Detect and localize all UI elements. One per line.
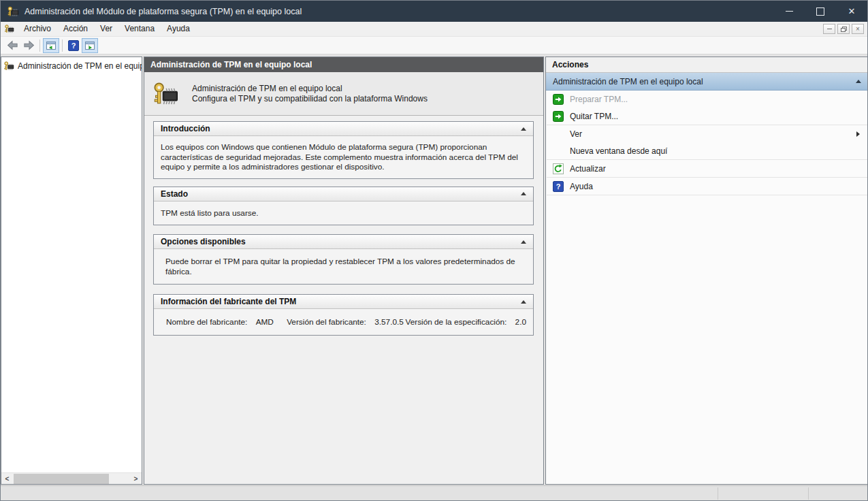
close-icon: ✕ xyxy=(848,6,856,16)
tree-node-tpm-management[interactable]: Administración de TPM en el equipo local xyxy=(1,59,142,72)
window-controls: ✕ xyxy=(773,1,867,22)
action-label: Actualizar xyxy=(570,164,606,174)
console-tree-icon xyxy=(46,40,57,51)
help-button[interactable]: ? xyxy=(65,38,82,53)
back-button[interactable] xyxy=(4,38,20,53)
section-estado: Estado TPM está listo para usarse. xyxy=(153,187,534,226)
action-label: Preparar TPM... xyxy=(570,95,628,104)
action-label: Nueva ventana desde aquí xyxy=(570,146,667,156)
collapse-icon[interactable] xyxy=(521,300,526,304)
collapse-icon[interactable] xyxy=(521,192,526,195)
section-title: Estado xyxy=(161,189,188,199)
tree-node-label: Administración de TPM en el equipo local xyxy=(18,61,142,71)
section-title: Información del fabricante del TPM xyxy=(161,297,296,306)
maximize-icon xyxy=(816,7,824,16)
tpm-key-chip-icon xyxy=(152,78,179,110)
field-value: AMD xyxy=(256,317,274,327)
toolbar: ? xyxy=(1,37,867,54)
maximize-button[interactable] xyxy=(805,1,836,22)
console-tree-panel: Administración de TPM en el equipo local… xyxy=(1,56,142,485)
field-label: Nombre del fabricante: xyxy=(166,317,247,327)
child-restore-button[interactable] xyxy=(837,24,850,34)
section-title: Opciones disponibles xyxy=(161,237,246,246)
action-actualizar[interactable]: Actualizar xyxy=(546,160,868,177)
scroll-right-button[interactable]: > xyxy=(130,473,142,484)
toolbar-separator xyxy=(62,39,63,52)
console-key-icon xyxy=(4,24,14,34)
manufacturer-version-field: Versión del fabricante: 3.57.0.5 xyxy=(287,317,405,327)
field-value: 2.0 xyxy=(515,317,526,327)
manufacturer-fields: Nombre del fabricante: AMD Versión del f… xyxy=(154,309,533,335)
title-bar: Administración del Módulo de plataforma … xyxy=(1,1,867,22)
help-icon: ? xyxy=(68,40,79,51)
scroll-left-button[interactable]: < xyxy=(1,473,13,484)
section-body-introduccion: Los equipos con Windows que contienen Mó… xyxy=(154,136,533,178)
show-console-tree-button[interactable] xyxy=(43,38,59,53)
field-label: Versión de la especificación: xyxy=(405,317,507,327)
green-arrow-icon xyxy=(553,94,564,105)
spec-version-field: Versión de la especificación: 2.0 xyxy=(405,317,526,327)
forward-button[interactable] xyxy=(20,38,37,53)
child-window-controls: × xyxy=(823,24,864,34)
green-arrow-icon xyxy=(553,111,564,122)
section-title: Introducción xyxy=(161,124,210,133)
section-introduccion: Introducción Los equipos con Windows que… xyxy=(153,121,534,179)
action-label: Quitar TPM... xyxy=(570,112,618,121)
action-quitar-tpm[interactable]: Quitar TPM... xyxy=(546,108,868,125)
menu-archivo[interactable]: Archivo xyxy=(18,22,57,36)
horizontal-scrollbar[interactable]: < > xyxy=(1,472,142,484)
show-action-pane-button[interactable] xyxy=(82,38,98,53)
close-button[interactable]: ✕ xyxy=(836,1,867,22)
section-body-opciones: Puede borrar el TPM para quitar la propi… xyxy=(154,249,533,284)
window-title: Administración del Módulo de plataforma … xyxy=(25,7,302,16)
tpm-header-line2: Configura el TPM y su compatibilidad con… xyxy=(192,94,428,104)
menu-bar: Archivo Acción Ver Ventana Ayuda × xyxy=(1,22,867,37)
section-body-estado: TPM está listo para usarse. xyxy=(154,201,533,225)
close-icon: × xyxy=(856,26,860,33)
action-ver[interactable]: Ver xyxy=(546,125,868,142)
minimize-button[interactable] xyxy=(773,1,805,22)
actions-group-header[interactable]: Administración de TPM en el equipo local xyxy=(546,73,868,91)
actions-panel-title: Acciones xyxy=(546,57,868,73)
menu-accion[interactable]: Acción xyxy=(57,22,94,36)
center-content-panel: Administración de TPM en el equipo local… xyxy=(144,56,544,485)
action-label: Ver xyxy=(570,129,582,139)
scrollbar-thumb[interactable] xyxy=(14,474,109,484)
action-ayuda[interactable]: ? Ayuda xyxy=(546,178,868,195)
tpm-key-icon xyxy=(3,61,14,71)
forward-arrow-icon xyxy=(23,39,35,51)
minimize-icon xyxy=(827,29,832,29)
statusbar-separator xyxy=(808,487,809,500)
collapse-icon[interactable] xyxy=(521,240,526,244)
actions-group-title: Administración de TPM en el equipo local xyxy=(553,77,703,86)
tpm-header-block: Administración de TPM en el equipo local… xyxy=(144,72,543,116)
section-opciones: Opciones disponibles Puede borrar el TPM… xyxy=(153,234,534,285)
collapse-icon[interactable] xyxy=(521,127,526,131)
statusbar-separator xyxy=(718,487,718,500)
child-minimize-button[interactable] xyxy=(823,24,835,34)
menu-ventana[interactable]: Ventana xyxy=(118,22,161,36)
section-header-opciones[interactable]: Opciones disponibles xyxy=(154,235,533,249)
tpm-header-line1: Administración de TPM en el equipo local xyxy=(192,84,428,94)
field-value: 3.57.0.5 xyxy=(374,317,404,327)
actions-separator xyxy=(547,195,867,195)
action-label: Ayuda xyxy=(570,182,593,191)
tpm-management-window: Administración del Módulo de plataforma … xyxy=(0,0,868,501)
refresh-icon xyxy=(553,163,564,174)
child-close-button[interactable]: × xyxy=(852,24,864,34)
scroll-right-icon: > xyxy=(134,475,138,483)
tpm-key-icon xyxy=(7,5,19,18)
submenu-arrow-icon xyxy=(856,131,860,137)
section-header-fabricante[interactable]: Información del fabricante del TPM xyxy=(154,295,533,309)
section-header-estado[interactable]: Estado xyxy=(154,187,533,201)
status-bar xyxy=(1,485,867,501)
section-header-introduccion[interactable]: Introducción xyxy=(154,122,533,136)
manufacturer-name-field: Nombre del fabricante: AMD xyxy=(166,317,287,327)
collapse-icon[interactable] xyxy=(856,80,861,83)
menu-ver[interactable]: Ver xyxy=(94,22,118,36)
menu-ayuda[interactable]: Ayuda xyxy=(161,22,196,36)
section-fabricante: Información del fabricante del TPM Nombr… xyxy=(153,294,534,336)
action-nueva-ventana[interactable]: Nueva ventana desde aquí xyxy=(546,142,868,159)
action-preparar-tpm: Preparar TPM... xyxy=(546,91,868,108)
tpm-header-text: Administración de TPM en el equipo local… xyxy=(192,84,428,104)
